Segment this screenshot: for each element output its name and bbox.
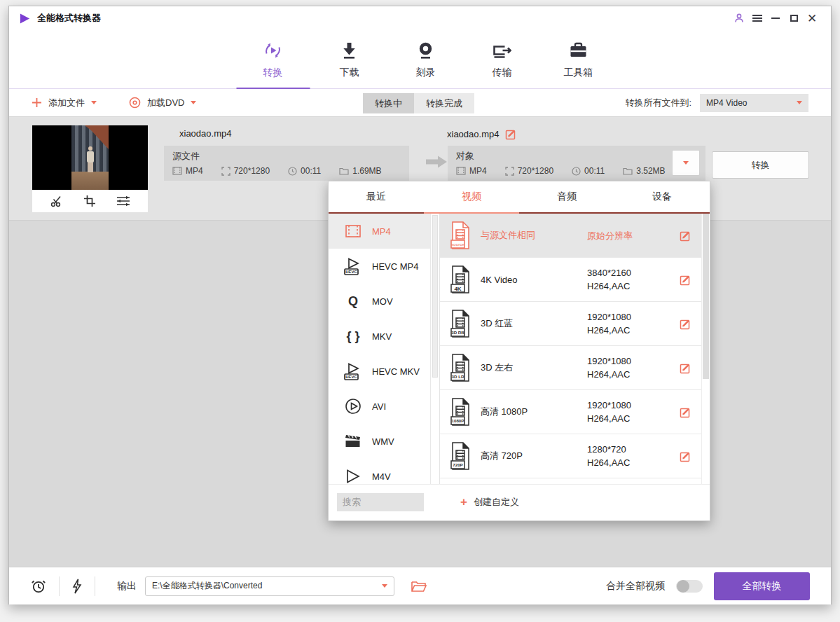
preset-name: 与源文件相同 (481, 229, 577, 242)
target-label: 对象 (456, 150, 697, 163)
preset-edit-icon[interactable] (680, 274, 691, 286)
burn-disc-icon (415, 39, 436, 62)
menu-icon[interactable] (748, 11, 766, 26)
merge-toggle[interactable] (676, 580, 703, 593)
main-nav: 转换 下载 刻录 传 (9, 30, 831, 89)
size-folder-icon (623, 167, 633, 175)
output-format-value: MP4 Video (706, 98, 747, 108)
plus-icon: + (460, 496, 467, 508)
crop-icon[interactable] (83, 195, 96, 207)
popup-tabs: 最近 视频 音频 设备 (329, 181, 710, 214)
size-folder-icon (339, 167, 349, 175)
tab-converting[interactable]: 转换中 (363, 93, 414, 113)
add-file-label: 添加文件 (48, 97, 85, 109)
svg-text:720P: 720P (453, 462, 462, 467)
tab-finished[interactable]: 转换完成 (414, 93, 474, 113)
app-logo-icon (19, 13, 31, 25)
trim-scissors-icon[interactable] (50, 195, 64, 207)
tab-transfer[interactable]: 传输 (464, 30, 540, 89)
duration-icon (288, 167, 297, 176)
high-speed-bolt-icon[interactable] (71, 579, 83, 594)
bottom-bar: 输出 合并全部视频 全部转换 (9, 567, 831, 604)
tab-convert[interactable]: 转换 (235, 30, 311, 89)
preset-file-icon: 3D RB (450, 310, 471, 338)
popup-tab-device[interactable]: 设备 (614, 181, 710, 212)
preset-name: 高清 1080P (481, 406, 577, 418)
download-icon (339, 39, 360, 62)
mkv-braces-icon: { } (343, 329, 363, 344)
popup-tab-video[interactable]: 视频 (424, 181, 519, 212)
preset-edit-icon[interactable] (680, 406, 691, 418)
format-item-m4v[interactable]: M4V (329, 459, 439, 484)
format-item-mov[interactable]: Q MOV (329, 284, 439, 319)
popup-footer: + 创建自定义 (329, 484, 710, 519)
preset-edit-icon[interactable] (680, 318, 691, 330)
maximize-icon[interactable] (785, 11, 803, 26)
schedule-alarm-icon[interactable] (30, 578, 47, 595)
rename-edit-icon[interactable] (505, 128, 517, 140)
format-item-wmv[interactable]: WMV (329, 424, 439, 459)
convert-button[interactable]: 转换 (712, 151, 809, 179)
toolbox-icon (568, 39, 589, 62)
popup-tab-recent[interactable]: 最近 (329, 181, 424, 212)
tab-download[interactable]: 下载 (311, 30, 387, 89)
transfer-icon (491, 39, 514, 62)
preset-edit-icon[interactable] (680, 450, 691, 462)
preset-name: 4K Video (481, 275, 577, 285)
minimize-icon[interactable] (766, 11, 785, 26)
preset-resolution: 原始分辨率 (587, 230, 633, 241)
tab-transfer-label: 传输 (493, 67, 512, 79)
create-custom-button[interactable]: + 创建自定义 (460, 496, 519, 509)
source-label: 源文件 (172, 150, 401, 163)
preset-list-scrollbar[interactable] (701, 214, 710, 484)
tab-toolbox[interactable]: 工具箱 (540, 30, 617, 89)
app-title: 全能格式转换器 (37, 12, 101, 25)
search-input[interactable] (337, 493, 424, 511)
preset-4k-video[interactable]: 4K 4K Video 3840*2160H264,AAC (440, 258, 710, 302)
format-item-avi[interactable]: AVI (329, 389, 439, 424)
preset-edit-icon[interactable] (680, 230, 691, 242)
tab-burn-label: 刻录 (416, 67, 436, 79)
preset-same-as-source[interactable]: source 与源文件相同 原始分辨率 (440, 214, 710, 258)
preset-hd-1080p[interactable]: 1080P 高清 1080P 1920*1080H264,AAC (440, 390, 710, 434)
mp4-film-icon (343, 224, 363, 238)
queue-tabs: 转换中 转换完成 (363, 93, 474, 113)
format-item-hevc-mkv[interactable]: HEVC HEVC MKV (329, 354, 439, 389)
format-item-mp4[interactable]: MP4 (329, 214, 439, 249)
open-output-folder-icon[interactable] (411, 580, 427, 593)
format-item-mkv[interactable]: { } MKV (329, 319, 439, 354)
preset-3d-leftright[interactable]: 3D LR 3D 左右 1920*1080H264,AAC (440, 346, 710, 390)
format-picker-caret-icon (683, 161, 689, 165)
svg-text:3D RB: 3D RB (451, 330, 464, 335)
close-icon[interactable]: ✕ (803, 11, 821, 26)
preset-hd-720p[interactable]: 720P 高清 720P 1280*720H264,AAC (440, 434, 710, 478)
convert-all-button[interactable]: 全部转换 (714, 572, 810, 600)
preset-name: 高清 720P (481, 450, 577, 462)
tab-toolbox-label: 工具箱 (564, 67, 593, 79)
add-file-caret-icon[interactable] (91, 101, 97, 104)
format-picker-popup: 最近 视频 音频 设备 MP4 HEVC HEVC MP4 Q (328, 181, 710, 521)
output-path-caret-icon[interactable] (382, 584, 387, 588)
convert-all-to-label: 转换所有文件到: (625, 97, 691, 109)
format-picker-button[interactable] (672, 150, 700, 176)
source-filename: xiaodao.mp4 (179, 128, 231, 139)
video-thumbnail (32, 125, 148, 212)
output-path-input[interactable] (152, 581, 382, 591)
preset-3d-redblue[interactable]: 3D RB 3D 红蓝 1920*1080H264,AAC (440, 302, 710, 346)
add-file-button[interactable]: 添加文件 (32, 97, 97, 109)
effects-sliders-icon[interactable] (116, 195, 131, 207)
merge-all-label: 合并全部视频 (606, 580, 665, 593)
target-size: 3.52MB (636, 166, 665, 176)
output-format-dropdown[interactable]: MP4 Video (700, 94, 808, 112)
load-dvd-caret-icon[interactable] (191, 101, 196, 104)
create-custom-label: 创建自定义 (474, 496, 519, 509)
popup-tab-audio[interactable]: 音频 (519, 181, 614, 212)
load-dvd-button[interactable]: 加载DVD (129, 97, 196, 109)
preset-edit-icon[interactable] (680, 362, 691, 374)
quicktime-q-icon: Q (343, 294, 363, 309)
tab-burn[interactable]: 刻录 (387, 30, 464, 89)
account-icon[interactable] (730, 11, 748, 26)
format-list-scrollbar[interactable] (430, 214, 439, 484)
preset-file-icon: 4K (450, 265, 471, 293)
format-item-hevc-mp4[interactable]: HEVC HEVC MP4 (329, 249, 439, 284)
